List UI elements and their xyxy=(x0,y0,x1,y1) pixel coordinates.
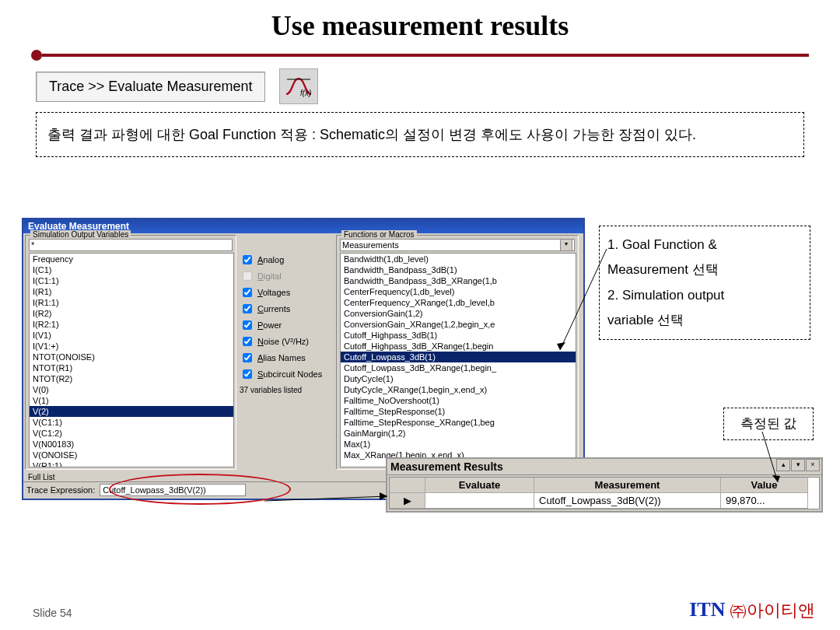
variable-item[interactable]: V(2) xyxy=(30,406,233,417)
title-divider xyxy=(31,50,809,61)
functions-category-combo[interactable]: Measurements ▾ xyxy=(340,239,575,251)
function-item[interactable]: Cutoff_Lowpass_3dB_XRange(1,begin_ xyxy=(341,362,576,373)
function-item[interactable]: Falltime_StepResponse(1) xyxy=(341,406,576,417)
measurement-results-panel: Measurement Results ▴ ▾ × Evaluate Measu… xyxy=(386,457,823,513)
variable-item[interactable]: I(R2) xyxy=(30,308,233,319)
results-table: Evaluate Measurement Value ▶ Cutoff_Lowp… xyxy=(389,477,820,509)
trace-expression-label: Trace Expression: xyxy=(26,485,95,495)
functions-listbox[interactable]: Bandwidth(1,db_level)Bandwidth_Bandpass_… xyxy=(340,253,576,467)
variable-item[interactable]: I(R1) xyxy=(30,286,233,297)
results-row-value: 99,870... xyxy=(721,493,808,509)
results-row-marker: ▶ xyxy=(390,493,425,509)
function-item[interactable]: Cutoff_Highpass_3dB_XRange(1,begin xyxy=(341,341,576,352)
simulation-output-group: Simulation Output Variables FrequencyI(C… xyxy=(25,235,236,470)
variable-item[interactable]: I(R2:1) xyxy=(30,319,233,330)
filter-subckt-checkbox[interactable]: Subcircuit Nodes xyxy=(240,367,333,381)
variable-item[interactable]: I(V1:+) xyxy=(30,341,233,352)
variable-item[interactable]: V(N00183) xyxy=(30,439,233,450)
functions-combo-value: Measurements xyxy=(342,240,399,250)
functions-group: Functions or Macros Measurements ▾ Bandw… xyxy=(336,235,579,470)
filter-checkbox-column: AnalogDigitalVoltagesCurrentsPowerNoise … xyxy=(240,235,333,470)
variable-filter-input[interactable] xyxy=(29,239,233,251)
variable-item[interactable]: V(C1:1) xyxy=(30,417,233,428)
variable-item[interactable]: V(ONOISE) xyxy=(30,450,233,460)
function-item[interactable]: Bandwidth_Bandpass_3dB(1) xyxy=(341,264,576,275)
evaluate-measurement-toolbar-icon: f(x) xyxy=(279,68,318,104)
variable-count-label: 37 variables listed xyxy=(240,386,333,394)
filter-analog-checkbox[interactable]: Analog xyxy=(240,253,333,267)
annotation-line1: 1. Goal Function & xyxy=(607,233,802,257)
annotation-line4: variable 선택 xyxy=(607,308,802,333)
function-item[interactable]: DutyCycle_XRange(1,begin_x,end_x) xyxy=(341,384,576,395)
variable-item[interactable]: I(V1) xyxy=(30,330,233,341)
variable-item[interactable]: NTOT(R1) xyxy=(30,362,233,373)
annotation-line3: 2. Simulation output xyxy=(607,283,802,308)
trace-expression-input[interactable]: Cutoff_Lowpass_3dB(V(2)) xyxy=(100,484,246,496)
variable-item[interactable]: NTOT(ONOISE) xyxy=(30,352,233,362)
divider-line xyxy=(42,54,809,57)
chevron-down-icon: ▾ xyxy=(560,239,572,251)
results-header-value: Value xyxy=(721,478,808,493)
results-header-evaluate: Evaluate xyxy=(425,478,534,493)
next-button[interactable]: ▾ xyxy=(791,459,805,471)
filter-noise-checkbox[interactable]: Noise (V²/Hz) xyxy=(240,334,333,348)
function-item[interactable]: DutyCycle(1) xyxy=(341,373,576,384)
results-titlebar: Measurement Results ▴ ▾ × xyxy=(387,459,821,475)
annotation-steps: 1. Goal Function & Measurement 선택 2. Sim… xyxy=(599,226,810,340)
function-item[interactable]: Bandwidth_Bandpass_3dB_XRange(1,b xyxy=(341,275,576,286)
slide-title: Use measurement results xyxy=(0,0,840,47)
brand-itn: ITN xyxy=(689,598,725,621)
filter-currents-checkbox[interactable]: Currents xyxy=(240,302,333,316)
brand-footer: ITN ㈜아이티앤 xyxy=(689,598,815,622)
variable-item[interactable]: I(C1) xyxy=(30,264,233,275)
results-window-controls: ▴ ▾ × xyxy=(776,459,820,474)
divider-dot xyxy=(31,50,42,61)
function-item[interactable]: Cutoff_Highpass_3dB(1) xyxy=(341,330,576,341)
results-row-measurement: Cutoff_Lowpass_3dB(V(2)) xyxy=(534,493,721,509)
function-item[interactable]: Max(1) xyxy=(341,439,576,450)
function-item[interactable]: CenterFrequency_XRange(1,db_level,b xyxy=(341,297,576,308)
function-item[interactable]: Falltime_NoOvershoot(1) xyxy=(341,395,576,406)
svg-text:f(x): f(x) xyxy=(300,89,311,97)
function-item[interactable]: Falltime_StepResponse_XRange(1,beg xyxy=(341,417,576,428)
results-row-evaluate xyxy=(425,493,534,509)
slide-number: Slide 54 xyxy=(33,607,72,619)
function-item[interactable]: Bandwidth(1,db_level) xyxy=(341,254,576,264)
function-item[interactable]: GainMargin(1,2) xyxy=(341,428,576,439)
variable-item[interactable]: V(C1:2) xyxy=(30,428,233,439)
results-header-measurement: Measurement xyxy=(534,478,721,493)
variable-item[interactable]: V(1) xyxy=(30,395,233,406)
variable-item[interactable]: I(C1:1) xyxy=(30,275,233,286)
annotation-line2: Measurement 선택 xyxy=(607,257,802,282)
menu-path-row: Trace >> Evaluate Measurement f(x) xyxy=(36,68,804,104)
variable-listbox[interactable]: FrequencyI(C1)I(C1:1)I(R1)I(R1:1)I(R2)I(… xyxy=(29,253,234,467)
annotation-measured-value: 측정된 값 xyxy=(723,408,814,440)
variable-item[interactable]: Frequency xyxy=(30,254,233,264)
variable-item[interactable]: I(R1:1) xyxy=(30,297,233,308)
variable-item[interactable]: NTOT(R2) xyxy=(30,373,233,384)
filter-alias-checkbox[interactable]: Alias Names xyxy=(240,351,333,365)
filter-digital-checkbox: Digital xyxy=(240,269,333,283)
results-header-blank xyxy=(390,478,425,493)
prev-button[interactable]: ▴ xyxy=(776,459,790,471)
description-box: 출력 결과 파형에 대한 Goal Function 적용 : Schemati… xyxy=(36,112,804,157)
function-item[interactable]: CenterFrequency(1,db_level) xyxy=(341,286,576,297)
close-button[interactable]: × xyxy=(806,459,820,471)
function-item[interactable]: ConversionGain(1,2) xyxy=(341,308,576,319)
function-item[interactable]: ConversionGain_XRange(1,2,begin_x,e xyxy=(341,319,576,330)
function-item[interactable]: Cutoff_Lowpass_3dB(1) xyxy=(341,352,576,362)
filter-power-checkbox[interactable]: Power xyxy=(240,318,333,332)
menu-path-label: Trace >> Evaluate Measurement xyxy=(36,72,265,102)
functions-legend: Functions or Macros xyxy=(341,230,417,239)
brand-korean: ㈜아이티앤 xyxy=(730,600,815,620)
variable-item[interactable]: V(R1:1) xyxy=(30,460,233,467)
simulation-output-legend: Simulation Output Variables xyxy=(30,230,131,239)
results-title: Measurement Results xyxy=(389,459,505,474)
variable-item[interactable]: V(0) xyxy=(30,384,233,395)
filter-voltages-checkbox[interactable]: Voltages xyxy=(240,285,333,299)
